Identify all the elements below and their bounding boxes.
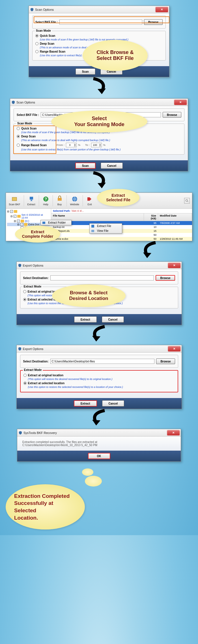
view-file-menuitem[interactable]: View File: [90, 228, 122, 233]
quick-scan-radio[interactable]: [35, 34, 38, 37]
scan-button[interactable]: Scan: [76, 68, 95, 75]
callout-left: Extract Complete Folder: [15, 226, 60, 243]
quick-scan-radio[interactable]: [17, 127, 20, 130]
app-icon: [11, 100, 15, 104]
cancel-button[interactable]: Cancel: [101, 163, 123, 169]
deep-scan-radio[interactable]: [17, 135, 20, 138]
quick-scan-hint: (Use this mode of scan if the given back…: [40, 38, 163, 41]
file-path-input[interactable]: [59, 20, 142, 25]
extract-icon: [42, 221, 46, 225]
exit-icon: [86, 196, 93, 202]
range-scan-radio[interactable]: [35, 50, 38, 53]
view-icon: [91, 229, 95, 233]
extract-icon: [91, 224, 95, 228]
close-button[interactable]: ✕: [174, 100, 187, 105]
extract-icon: [28, 196, 35, 202]
thought-bubble-medium: [85, 476, 102, 487]
titlebar: Scan Options ✕: [10, 99, 188, 106]
scan-button[interactable]: Scan: [75, 163, 96, 169]
quick-scan-label: Quick Scan: [40, 34, 55, 37]
extract-button[interactable]: Extract: [74, 400, 97, 407]
dialog-title: Export Options: [23, 264, 168, 267]
buy-toolitem[interactable]: Buy: [55, 195, 65, 206]
pct-label: %: [78, 144, 80, 146]
success-message: Extraction completed successfully. The f…: [22, 440, 176, 447]
final-callout: Extraction Completed Successfully at Sel…: [6, 484, 85, 530]
export-options-dialog-1: Export Options ✕ Select Destination: Bro…: [16, 262, 182, 325]
scan-mode-label: Scan Mode: [35, 29, 52, 32]
success-dialog: SysTools BKF Recovery ✕ Extraction compl…: [17, 429, 181, 462]
folder-icon: [17, 215, 21, 218]
export-options-dialog-2: Export Options ✕ Select Destination: Bro…: [16, 345, 182, 409]
down-arrow-icon: [82, 409, 116, 429]
callout-right: Extract Selected File: [97, 189, 139, 206]
sel-location-radio[interactable]: [23, 382, 27, 385]
extract-file-menuitem[interactable]: Extract File: [90, 224, 122, 228]
browse-button[interactable]: Browse: [156, 275, 175, 281]
help-icon: ?: [42, 196, 49, 202]
svg-rect-9: [91, 230, 94, 232]
tree-d[interactable]: (D:): [25, 220, 29, 222]
from-spinner[interactable]: ▲▼: [66, 143, 77, 147]
path-label: Selected Path:: [53, 209, 70, 212]
extract-folder-menuitem[interactable]: Extract Folder: [41, 220, 71, 225]
table-row[interactable]: h.doc50: [51, 233, 192, 237]
button-bar: Extract Cancel: [17, 314, 182, 325]
pct-label-2: %: [103, 144, 106, 146]
down-arrow-icon: [133, 241, 167, 262]
dest-input[interactable]: [50, 275, 154, 280]
orig-label: Extract at original location: [28, 374, 64, 377]
folder-icon: [14, 210, 17, 213]
titlebar: SysTools BKF Recovery ✕: [17, 429, 181, 436]
tree-root[interactable]: Set::0 3/20/2010 at 12:44: [21, 213, 50, 219]
extract-toolitem[interactable]: Extract: [26, 195, 37, 206]
ok-button[interactable]: OK: [88, 453, 110, 459]
col-size[interactable]: Size (KB): [144, 213, 158, 221]
scan-icon: [11, 196, 18, 202]
to-label: To :: [85, 144, 90, 146]
button-bar: OK: [17, 451, 181, 461]
orig-location-radio[interactable]: [23, 290, 26, 293]
file-context-menu: Extract File View File: [89, 223, 122, 234]
down-arrow-icon: [82, 325, 116, 345]
scan-bkf-toolitem[interactable]: Scan BKF: [7, 195, 22, 206]
browse-button[interactable]: Browse: [163, 112, 181, 118]
mode-label: Extract Mode: [23, 368, 43, 371]
browse-button[interactable]: Browse: [156, 358, 175, 364]
search-icon[interactable]: [184, 198, 190, 204]
extract-button[interactable]: Extract: [74, 316, 97, 323]
titlebar: Scan Options ✕: [29, 6, 169, 13]
help-toolitem[interactable]: ?Help: [41, 195, 51, 206]
close-button[interactable]: ✕: [168, 346, 180, 351]
deep-scan-hint: (This an advance mode of scan to deal wi…: [21, 139, 181, 142]
cancel-button[interactable]: Cancel: [102, 400, 124, 407]
svg-text:?: ?: [44, 197, 47, 201]
mode-label: Extract Mode: [23, 285, 43, 288]
buy-icon: [56, 196, 63, 202]
svg-rect-7: [42, 222, 45, 224]
exit-toolitem[interactable]: Exit: [85, 195, 95, 206]
range-scan-label: Range Based Scan: [40, 50, 65, 53]
deep-scan-radio[interactable]: [35, 42, 38, 45]
range-scan-radio[interactable]: [17, 144, 20, 147]
close-button[interactable]: ✕: [167, 430, 180, 435]
close-button[interactable]: ✕: [168, 263, 180, 268]
scan-mode-label: Scan Mode: [16, 122, 33, 125]
browse-button[interactable]: Browse: [144, 19, 163, 25]
folder-context-menu: Extract Folder: [40, 220, 72, 225]
orig-location-radio[interactable]: [23, 374, 27, 377]
col-modified[interactable]: Modified Date: [158, 213, 192, 221]
titlebar: Export Options ✕: [17, 262, 182, 269]
close-button[interactable]: ✕: [156, 7, 168, 12]
table-row[interactable]: krishna w.doc501/28/2010 11:49 AM: [51, 237, 192, 241]
file-group: Select BKF File : Browse: [32, 16, 166, 29]
cancel-button[interactable]: Cancel: [102, 316, 124, 323]
to-spinner[interactable]: ▲▼: [91, 143, 102, 147]
down-arrow-icon: [82, 77, 116, 98]
dest-input[interactable]: [50, 359, 155, 364]
sel-location-radio[interactable]: [23, 298, 26, 301]
select-file-label: Select BKF File :: [17, 113, 39, 116]
svg-point-5: [186, 199, 188, 201]
deep-scan-label: Deep Scan: [21, 135, 36, 138]
website-toolitem[interactable]: Website: [68, 195, 81, 206]
